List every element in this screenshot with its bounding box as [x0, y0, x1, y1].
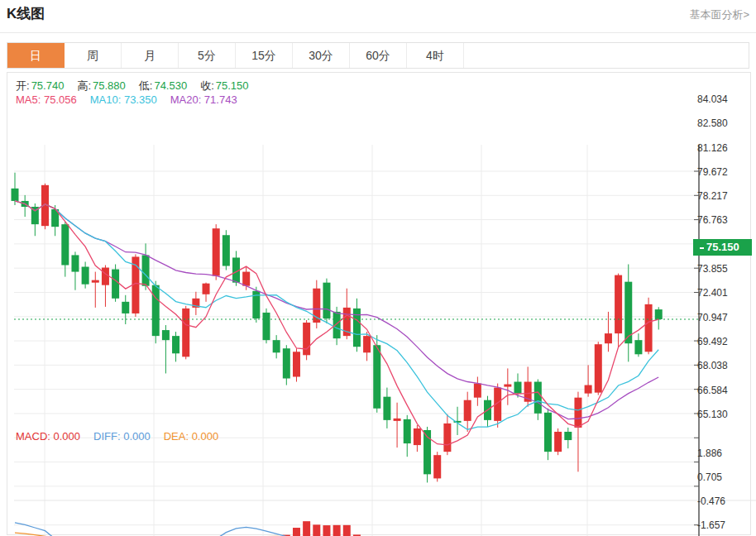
tab-月[interactable]: 月: [122, 43, 179, 68]
kline-page: K线图 基本面分析> 日周月5分15分30分60分4时 开:75.740高:75…: [0, 0, 756, 536]
y-axis-label: 82.580: [697, 117, 752, 129]
y-axis-label: 73.855: [697, 263, 752, 275]
info-item: MA20: 71.743: [170, 93, 237, 106]
info-item: MACD: 0.000: [16, 430, 80, 443]
y-axis-label: -1.657: [697, 519, 752, 531]
tab-5分[interactable]: 5分: [179, 43, 236, 68]
y-axis-label: -0.476: [697, 495, 752, 507]
y-axis-label: 81.126: [697, 142, 752, 154]
info-item: 高:75.880: [77, 79, 125, 92]
info-item: 低:74.530: [139, 79, 187, 92]
info-item: DEA: 0.000: [164, 430, 219, 443]
period-tab-bar: 日周月5分15分30分60分4时: [7, 42, 749, 69]
macd-info-row: MACD: 0.000DIFF: 0.000DEA: 0.000: [16, 430, 232, 443]
info-item: DIFF: 0.000: [93, 430, 151, 443]
tab-30分[interactable]: 30分: [293, 43, 350, 68]
page-title: K线图: [7, 4, 45, 23]
y-axis-label: 1.886: [697, 447, 752, 459]
y-axis-label: 66.584: [697, 385, 752, 396]
ma-info-row: MA5: 75.056MA10: 73.350MA20: 71.743: [16, 93, 251, 106]
title-divider: [0, 32, 756, 33]
tab-日[interactable]: 日: [7, 43, 65, 68]
y-axis-label: 76.763: [697, 214, 752, 226]
info-item: 开:75.740: [16, 79, 64, 92]
y-axis-label: 79.672: [697, 166, 752, 178]
current-price-tag: 75.150: [693, 239, 752, 256]
y-axis-label: 69.492: [697, 336, 752, 347]
y-axis-label: 0.705: [697, 471, 752, 483]
y-axis-label: 78.217: [697, 190, 752, 202]
y-axis-label: 84.034: [697, 93, 752, 105]
tag-tick-icon: [700, 247, 704, 249]
tab-周[interactable]: 周: [65, 43, 122, 68]
ohlc-info-row: 开:75.740高:75.880低:74.530收:75.150: [16, 79, 262, 93]
info-item: MA10: 73.350: [90, 93, 157, 106]
y-axis-label: 72.401: [697, 287, 752, 299]
y-axis-label: 65.130: [697, 409, 752, 420]
y-axis-label: 70.947: [697, 312, 752, 323]
y-axis-label: 68.038: [697, 360, 752, 371]
fundamental-analysis-link[interactable]: 基本面分析>: [689, 7, 749, 22]
chart-region: 开:75.740高:75.880低:74.530收:75.150 MA5: 75…: [7, 72, 751, 535]
kline-chart-canvas[interactable]: [7, 73, 756, 536]
info-item: 收:75.150: [200, 79, 248, 92]
info-item: MA5: 75.056: [16, 93, 77, 106]
tab-15分[interactable]: 15分: [236, 43, 293, 68]
tab-60分[interactable]: 60分: [350, 43, 407, 68]
tab-4时[interactable]: 4时: [407, 43, 464, 68]
